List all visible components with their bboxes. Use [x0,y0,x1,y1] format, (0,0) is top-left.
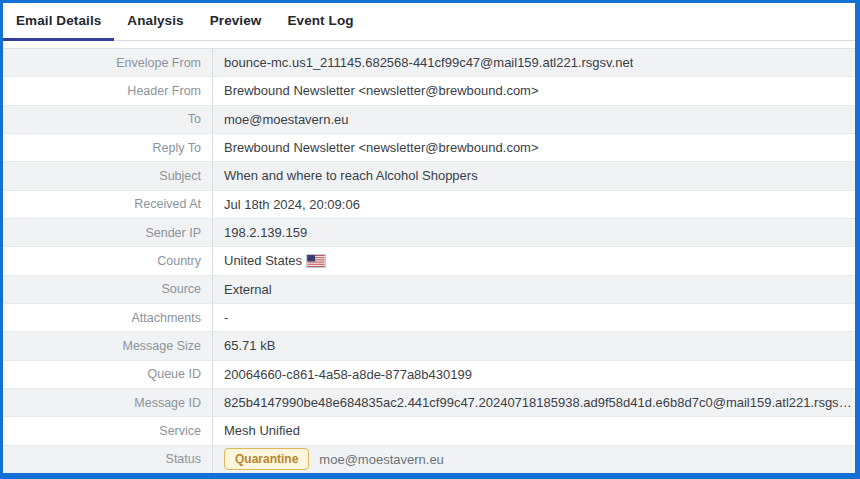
tab-label: Analysis [127,13,183,28]
table-row: Country United States [3,247,855,275]
field-label: Reply To [3,134,213,161]
field-value-cell: 20064660-c861-4a58-a8de-877a8b430199 [213,361,855,388]
field-value: United States [224,253,302,268]
table-row: Subject When and where to reach Alcohol … [3,162,855,190]
tab-bar: Email Details Analysis Preview Event Log [3,3,855,41]
field-value-cell: - [213,304,855,331]
field-value-cell: 65.71 kB [213,332,855,359]
field-value: Mesh Unified [224,423,300,438]
table-row: Sender IP 198.2.139.159 [3,219,855,247]
field-label: Header From [3,77,213,104]
field-value-cell: bounce-mc.us1_211145.682568-441cf99c47@m… [213,49,855,76]
table-row: Received At Jul 18th 2024, 20:09:06 [3,191,855,219]
field-value: moe@moestavern.eu [224,112,348,127]
table-row: Envelope From bounce-mc.us1_211145.68256… [3,49,855,77]
field-label: Country [3,247,213,274]
field-value: 65.71 kB [224,338,275,353]
table-row: Status Quarantine moe@moestavern.eu [3,446,855,473]
field-value-cell: 825b4147990be48e684835ac2.441cf99c47.202… [213,389,855,416]
tab-label: Email Details [16,13,101,28]
table-row: Queue ID 20064660-c861-4a58-a8de-877a8b4… [3,361,855,389]
status-badge: Quarantine [224,448,309,470]
field-value: 825b4147990be48e684835ac2.441cf99c47.202… [224,395,855,410]
us-flag-icon [307,255,325,267]
table-row: Message Size 65.71 kB [3,332,855,360]
field-value-cell: External [213,276,855,303]
tab-email-details[interactable]: Email Details [3,3,114,41]
details-table: Envelope From bounce-mc.us1_211145.68256… [3,48,855,473]
table-row: Source External [3,276,855,304]
field-value-cell: Quarantine moe@moestavern.eu [213,446,855,473]
field-label: Subject [3,162,213,189]
field-value-cell: moe@moestavern.eu [213,106,855,133]
field-label: Envelope From [3,49,213,76]
tab-analysis[interactable]: Analysis [114,3,196,41]
field-value-cell: 198.2.139.159 [213,219,855,246]
table-row: Header From Brewbound Newsletter <newsle… [3,77,855,105]
field-value: 20064660-c861-4a58-a8de-877a8b430199 [224,367,472,382]
field-value: Brewbound Newsletter <newsletter@brewbou… [224,83,539,98]
field-value: - [224,310,228,325]
field-value-cell: Brewbound Newsletter <newsletter@brewbou… [213,77,855,104]
field-label: Service [3,417,213,444]
field-label: To [3,106,213,133]
field-value: moe@moestavern.eu [319,452,443,467]
table-row: Service Mesh Unified [3,417,855,445]
field-value: When and where to reach Alcohol Shoppers [224,168,478,183]
field-label: Message Size [3,332,213,359]
field-value-cell: When and where to reach Alcohol Shoppers [213,162,855,189]
field-value-cell: United States [213,247,855,274]
table-row: Attachments - [3,304,855,332]
table-row: Reply To Brewbound Newsletter <newslette… [3,134,855,162]
email-details-panel: Email Details Analysis Preview Event Log… [0,0,860,479]
table-row: Message ID 825b4147990be48e684835ac2.441… [3,389,855,417]
tab-preview[interactable]: Preview [197,3,275,41]
field-label: Source [3,276,213,303]
field-value: External [224,282,272,297]
tabbar-table-gap [3,41,855,48]
field-label: Queue ID [3,361,213,388]
field-label: Message ID [3,389,213,416]
tab-label: Event Log [287,13,353,28]
field-value: 198.2.139.159 [224,225,307,240]
field-value-cell: Mesh Unified [213,417,855,444]
field-value-cell: Jul 18th 2024, 20:09:06 [213,191,855,218]
field-label: Status [3,446,213,473]
field-value: Jul 18th 2024, 20:09:06 [224,197,360,212]
tab-label: Preview [210,13,262,28]
field-label: Received At [3,191,213,218]
field-value: Brewbound Newsletter <newsletter@brewbou… [224,140,539,155]
table-row: To moe@moestavern.eu [3,106,855,134]
field-value-cell: Brewbound Newsletter <newsletter@brewbou… [213,134,855,161]
field-label: Attachments [3,304,213,331]
field-label: Sender IP [3,219,213,246]
tab-event-log[interactable]: Event Log [274,3,366,41]
field-value: bounce-mc.us1_211145.682568-441cf99c47@m… [224,55,633,70]
